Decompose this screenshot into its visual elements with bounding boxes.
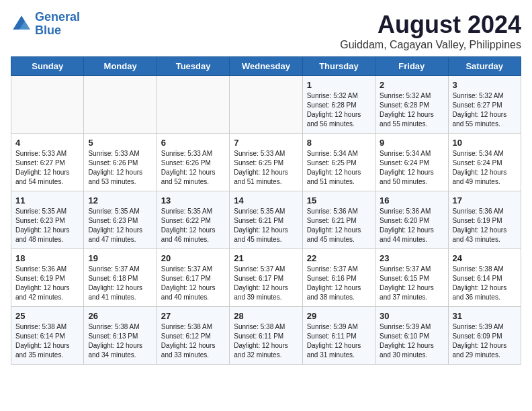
calendar-cell: 2Sunrise: 5:32 AM Sunset: 6:28 PM Daylig… bbox=[375, 76, 448, 134]
day-info: Sunrise: 5:38 AM Sunset: 6:12 PM Dayligh… bbox=[161, 322, 225, 360]
calendar-cell: 12Sunrise: 5:35 AM Sunset: 6:23 PM Dayli… bbox=[84, 191, 157, 249]
day-info: Sunrise: 5:38 AM Sunset: 6:13 PM Dayligh… bbox=[88, 322, 152, 360]
day-number: 24 bbox=[453, 253, 517, 263]
calendar-week-3: 11Sunrise: 5:35 AM Sunset: 6:23 PM Dayli… bbox=[11, 191, 521, 249]
day-info: Sunrise: 5:33 AM Sunset: 6:26 PM Dayligh… bbox=[161, 149, 225, 187]
logo-line2: Blue bbox=[35, 24, 61, 37]
day-info: Sunrise: 5:33 AM Sunset: 6:27 PM Dayligh… bbox=[15, 149, 79, 187]
calendar-cell: 22Sunrise: 5:37 AM Sunset: 6:16 PM Dayli… bbox=[302, 249, 375, 307]
day-number: 30 bbox=[380, 311, 443, 321]
day-info: Sunrise: 5:38 AM Sunset: 6:11 PM Dayligh… bbox=[234, 322, 298, 360]
calendar-cell: 6Sunrise: 5:33 AM Sunset: 6:26 PM Daylig… bbox=[157, 134, 229, 191]
day-number: 3 bbox=[453, 80, 517, 90]
logo-line1: General bbox=[35, 10, 80, 24]
title-area: August 2024 Guiddam, Cagayan Valley, Phi… bbox=[340, 11, 521, 51]
day-number: 19 bbox=[88, 253, 152, 263]
day-info: Sunrise: 5:38 AM Sunset: 6:14 PM Dayligh… bbox=[453, 265, 517, 302]
header-day-tuesday: Tuesday bbox=[157, 57, 229, 76]
day-info: Sunrise: 5:34 AM Sunset: 6:25 PM Dayligh… bbox=[307, 149, 371, 187]
day-info: Sunrise: 5:33 AM Sunset: 6:26 PM Dayligh… bbox=[88, 149, 152, 187]
calendar-cell: 18Sunrise: 5:36 AM Sunset: 6:19 PM Dayli… bbox=[11, 249, 84, 307]
day-info: Sunrise: 5:37 AM Sunset: 6:17 PM Dayligh… bbox=[161, 265, 225, 302]
header-day-saturday: Saturday bbox=[448, 57, 521, 76]
day-number: 27 bbox=[161, 311, 225, 321]
calendar-cell bbox=[11, 76, 84, 134]
calendar-cell: 27Sunrise: 5:38 AM Sunset: 6:12 PM Dayli… bbox=[157, 307, 229, 365]
day-number: 6 bbox=[161, 138, 225, 148]
day-info: Sunrise: 5:35 AM Sunset: 6:23 PM Dayligh… bbox=[15, 207, 79, 244]
day-number: 25 bbox=[15, 311, 79, 321]
day-number: 12 bbox=[88, 195, 152, 205]
day-number: 4 bbox=[15, 138, 79, 148]
day-info: Sunrise: 5:37 AM Sunset: 6:16 PM Dayligh… bbox=[307, 265, 371, 302]
calendar-cell: 10Sunrise: 5:34 AM Sunset: 6:24 PM Dayli… bbox=[448, 134, 521, 191]
logo: General Blue bbox=[11, 11, 80, 38]
calendar-week-1: 1Sunrise: 5:32 AM Sunset: 6:28 PM Daylig… bbox=[11, 76, 521, 134]
calendar-cell: 9Sunrise: 5:34 AM Sunset: 6:24 PM Daylig… bbox=[375, 134, 448, 191]
day-number: 26 bbox=[88, 311, 152, 321]
header-day-wednesday: Wednesday bbox=[230, 57, 302, 76]
calendar-cell: 16Sunrise: 5:36 AM Sunset: 6:20 PM Dayli… bbox=[375, 191, 448, 249]
day-number: 8 bbox=[307, 138, 371, 148]
day-number: 28 bbox=[234, 311, 298, 321]
day-number: 17 bbox=[453, 195, 517, 205]
day-number: 13 bbox=[161, 195, 225, 205]
calendar-cell: 5Sunrise: 5:33 AM Sunset: 6:26 PM Daylig… bbox=[84, 134, 157, 191]
day-info: Sunrise: 5:34 AM Sunset: 6:24 PM Dayligh… bbox=[453, 149, 517, 187]
day-info: Sunrise: 5:37 AM Sunset: 6:15 PM Dayligh… bbox=[380, 265, 443, 302]
day-number: 5 bbox=[88, 138, 152, 148]
day-info: Sunrise: 5:32 AM Sunset: 6:27 PM Dayligh… bbox=[453, 91, 517, 129]
calendar-header: SundayMondayTuesdayWednesdayThursdayFrid… bbox=[11, 57, 521, 76]
day-info: Sunrise: 5:33 AM Sunset: 6:25 PM Dayligh… bbox=[234, 149, 298, 187]
calendar-cell: 3Sunrise: 5:32 AM Sunset: 6:27 PM Daylig… bbox=[448, 76, 521, 134]
page-subtitle: Guiddam, Cagayan Valley, Philippines bbox=[340, 39, 521, 51]
day-info: Sunrise: 5:34 AM Sunset: 6:24 PM Dayligh… bbox=[380, 149, 443, 187]
calendar-cell bbox=[230, 76, 302, 134]
day-number: 1 bbox=[307, 80, 371, 90]
day-info: Sunrise: 5:35 AM Sunset: 6:21 PM Dayligh… bbox=[234, 207, 298, 244]
logo-icon bbox=[11, 13, 32, 35]
calendar-cell bbox=[84, 76, 157, 134]
calendar-week-4: 18Sunrise: 5:36 AM Sunset: 6:19 PM Dayli… bbox=[11, 249, 521, 307]
calendar-cell: 26Sunrise: 5:38 AM Sunset: 6:13 PM Dayli… bbox=[84, 307, 157, 365]
calendar-cell: 14Sunrise: 5:35 AM Sunset: 6:21 PM Dayli… bbox=[230, 191, 302, 249]
calendar-cell: 21Sunrise: 5:37 AM Sunset: 6:17 PM Dayli… bbox=[230, 249, 302, 307]
calendar-cell: 24Sunrise: 5:38 AM Sunset: 6:14 PM Dayli… bbox=[448, 249, 521, 307]
page-title: August 2024 bbox=[340, 11, 521, 39]
calendar-week-5: 25Sunrise: 5:38 AM Sunset: 6:14 PM Dayli… bbox=[11, 307, 521, 365]
calendar-cell: 23Sunrise: 5:37 AM Sunset: 6:15 PM Dayli… bbox=[375, 249, 448, 307]
header-day-sunday: Sunday bbox=[11, 57, 84, 76]
day-info: Sunrise: 5:35 AM Sunset: 6:22 PM Dayligh… bbox=[161, 207, 225, 244]
calendar-table: SundayMondayTuesdayWednesdayThursdayFrid… bbox=[11, 56, 521, 365]
calendar-cell: 17Sunrise: 5:36 AM Sunset: 6:19 PM Dayli… bbox=[448, 191, 521, 249]
calendar-cell: 29Sunrise: 5:39 AM Sunset: 6:11 PM Dayli… bbox=[302, 307, 375, 365]
day-info: Sunrise: 5:36 AM Sunset: 6:19 PM Dayligh… bbox=[453, 207, 517, 244]
day-number: 31 bbox=[453, 311, 517, 321]
header-row: SundayMondayTuesdayWednesdayThursdayFrid… bbox=[11, 57, 521, 76]
day-number: 11 bbox=[15, 195, 79, 205]
day-info: Sunrise: 5:32 AM Sunset: 6:28 PM Dayligh… bbox=[380, 91, 443, 129]
day-info: Sunrise: 5:32 AM Sunset: 6:28 PM Dayligh… bbox=[307, 91, 371, 129]
day-number: 22 bbox=[307, 253, 371, 263]
calendar-cell: 15Sunrise: 5:36 AM Sunset: 6:21 PM Dayli… bbox=[302, 191, 375, 249]
day-number: 15 bbox=[307, 195, 371, 205]
day-number: 7 bbox=[234, 138, 298, 148]
calendar-cell: 28Sunrise: 5:38 AM Sunset: 6:11 PM Dayli… bbox=[230, 307, 302, 365]
calendar-cell: 4Sunrise: 5:33 AM Sunset: 6:27 PM Daylig… bbox=[11, 134, 84, 191]
calendar-cell: 31Sunrise: 5:39 AM Sunset: 6:09 PM Dayli… bbox=[448, 307, 521, 365]
header-day-monday: Monday bbox=[84, 57, 157, 76]
calendar-cell: 25Sunrise: 5:38 AM Sunset: 6:14 PM Dayli… bbox=[11, 307, 84, 365]
header-day-thursday: Thursday bbox=[302, 57, 375, 76]
day-info: Sunrise: 5:38 AM Sunset: 6:14 PM Dayligh… bbox=[15, 322, 79, 360]
day-info: Sunrise: 5:37 AM Sunset: 6:17 PM Dayligh… bbox=[234, 265, 298, 302]
calendar-cell: 13Sunrise: 5:35 AM Sunset: 6:22 PM Dayli… bbox=[157, 191, 229, 249]
day-number: 29 bbox=[307, 311, 371, 321]
day-number: 18 bbox=[15, 253, 79, 263]
day-number: 9 bbox=[380, 138, 443, 148]
day-number: 23 bbox=[380, 253, 443, 263]
calendar-week-2: 4Sunrise: 5:33 AM Sunset: 6:27 PM Daylig… bbox=[11, 134, 521, 191]
calendar-body: 1Sunrise: 5:32 AM Sunset: 6:28 PM Daylig… bbox=[11, 76, 521, 365]
day-number: 14 bbox=[234, 195, 298, 205]
day-number: 20 bbox=[161, 253, 225, 263]
day-number: 10 bbox=[453, 138, 517, 148]
